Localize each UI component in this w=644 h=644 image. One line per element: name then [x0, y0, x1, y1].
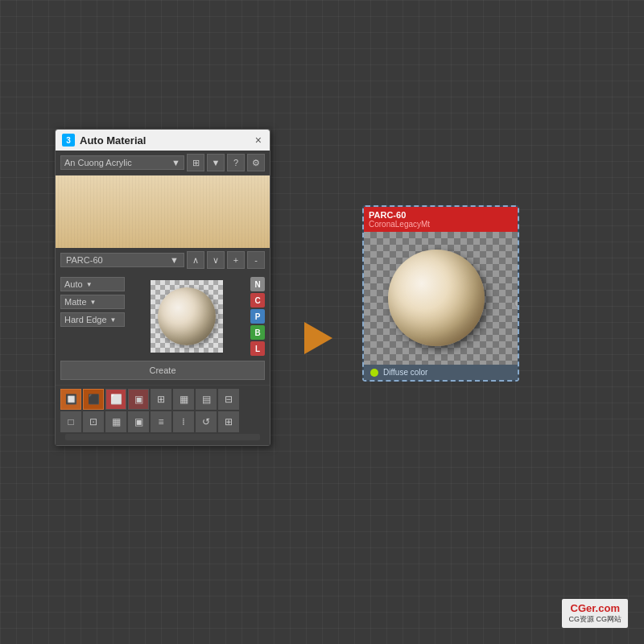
arrow-right-icon — [304, 322, 332, 354]
b-button[interactable]: B — [250, 325, 265, 340]
matte-dropdown[interactable]: Matte ▼ — [60, 295, 125, 309]
hard-edge-dropdown[interactable]: Hard Edge ▼ — [60, 312, 125, 327]
icon-btn-4[interactable]: ▣ — [128, 389, 149, 410]
icon-btn-7[interactable]: ▤ — [196, 389, 217, 410]
panel-toolbar: An Cuong Acrylic ▼ ⊞ ▼ ? ⚙ — [56, 151, 270, 175]
hard-edge-arrow-icon: ▼ — [110, 316, 117, 324]
icon-row-1: 🔲 ⬛ ⬜ ▣ ⊞ ▦ ▤ ⊟ — [60, 389, 265, 410]
hard-edge-option-row: Hard Edge ▼ — [60, 312, 125, 327]
icon-btn-5[interactable]: ⊞ — [151, 389, 171, 410]
matte-arrow-icon: ▼ — [90, 299, 97, 306]
node-footer-text: Diffuse color — [383, 368, 427, 377]
node-dot — [370, 369, 378, 377]
preset-remove-button[interactable]: - — [247, 251, 265, 269]
sphere-preview — [151, 280, 223, 353]
create-row: Create — [56, 361, 270, 385]
icon-btn-9[interactable]: □ — [60, 411, 81, 432]
texture-preview — [56, 175, 270, 248]
preset-row: PARC-60 ▼ ∧ ∨ + - — [56, 248, 270, 272]
grid-button[interactable]: ⊞ — [187, 154, 204, 171]
icon-btn-11[interactable]: ▦ — [105, 411, 126, 432]
node-footer: Diffuse color — [364, 365, 518, 380]
icon-toolbar: 🔲 ⬛ ⬜ ▣ ⊞ ▦ ▤ ⊟ □ ⊡ ▦ ▣ ≡ ⁞ ↺ ⊞ — [56, 385, 270, 445]
icon-btn-6[interactable]: ▦ — [173, 389, 194, 410]
app-icon: 3 — [62, 134, 75, 147]
close-button[interactable]: × — [254, 134, 263, 147]
create-button[interactable]: Create — [60, 361, 265, 380]
panel-titlebar: 3 Auto Material × — [56, 130, 270, 151]
icon-btn-1[interactable]: 🔲 — [60, 389, 81, 410]
icon-btn-16[interactable]: ⊞ — [218, 411, 239, 432]
p-button[interactable]: P — [250, 309, 265, 324]
auto-material-panel: 3 Auto Material × An Cuong Acrylic ▼ ⊞ ▼… — [55, 129, 270, 446]
node-subtitle: CoronaLegacyMt — [369, 220, 513, 229]
node-title: PARC-60 — [369, 210, 513, 220]
watermark: CGer.com CG资源 CG网站 — [562, 599, 628, 628]
panel-title: Auto Material — [80, 134, 249, 147]
dropdown-arrow-icon: ▼ — [171, 158, 180, 167]
sphere-preview-container — [130, 277, 244, 356]
down-button[interactable]: ▼ — [207, 154, 225, 171]
material-sphere — [158, 287, 216, 345]
icon-row-2: □ ⊡ ▦ ▣ ≡ ⁞ ↺ ⊞ — [60, 411, 265, 432]
c-button[interactable]: C — [250, 293, 265, 308]
auto-dropdown[interactable]: Auto ▼ — [60, 277, 125, 291]
preset-nav-down[interactable]: ∨ — [207, 251, 225, 269]
preset-add-button[interactable]: + — [227, 251, 245, 269]
node-side-handle[interactable] — [514, 299, 518, 308]
auto-option-row: Auto ▼ — [60, 277, 125, 291]
material-options: Auto ▼ Matte ▼ Hard Edge ▼ — [56, 272, 270, 361]
node-preview-area — [364, 232, 518, 365]
auto-label: Auto — [64, 279, 83, 289]
l-button[interactable]: L — [250, 341, 265, 356]
matte-option-row: Matte ▼ — [60, 295, 125, 309]
preset-arrow-icon: ▼ — [170, 255, 179, 265]
icon-btn-15[interactable]: ↺ — [196, 411, 217, 432]
icon-btn-2[interactable]: ⬛ — [83, 389, 104, 410]
watermark-box: CGer.com CG资源 CG网站 — [562, 599, 628, 628]
settings-button[interactable]: ⚙ — [247, 154, 265, 171]
icon-btn-3[interactable]: ⬜ — [105, 389, 126, 410]
icon-btn-8[interactable]: ⊟ — [218, 389, 239, 410]
scrollbar[interactable] — [65, 434, 260, 440]
icon-btn-10[interactable]: ⊡ — [83, 411, 104, 432]
preset-label: PARC-60 — [66, 255, 103, 265]
material-dropdown-label: An Cuong Acrylic — [64, 158, 132, 167]
node-sphere — [388, 250, 485, 346]
watermark-bottom-text: CG资源 CG网站 — [568, 614, 621, 625]
material-dropdown[interactable]: An Cuong Acrylic ▼ — [60, 155, 184, 170]
watermark-top-text: CGer.com — [568, 602, 621, 614]
help-button[interactable]: ? — [227, 154, 245, 171]
icon-btn-14[interactable]: ⁞ — [173, 411, 194, 432]
side-buttons: N C P B L — [250, 277, 265, 356]
matte-label: Matte — [64, 297, 87, 307]
auto-arrow-icon: ▼ — [86, 281, 93, 288]
options-left: Auto ▼ Matte ▼ Hard Edge ▼ — [60, 277, 125, 356]
icon-btn-13[interactable]: ≡ — [151, 411, 171, 432]
hard-edge-label: Hard Edge — [64, 315, 107, 324]
n-button[interactable]: N — [250, 277, 265, 291]
material-node-card: PARC-60 CoronaLegacyMt Diffuse color — [362, 205, 519, 382]
preset-nav-up[interactable]: ∧ — [187, 251, 204, 269]
node-header: PARC-60 CoronaLegacyMt — [364, 207, 518, 232]
icon-btn-12[interactable]: ▣ — [128, 411, 149, 432]
preset-dropdown[interactable]: PARC-60 ▼ — [60, 253, 184, 267]
